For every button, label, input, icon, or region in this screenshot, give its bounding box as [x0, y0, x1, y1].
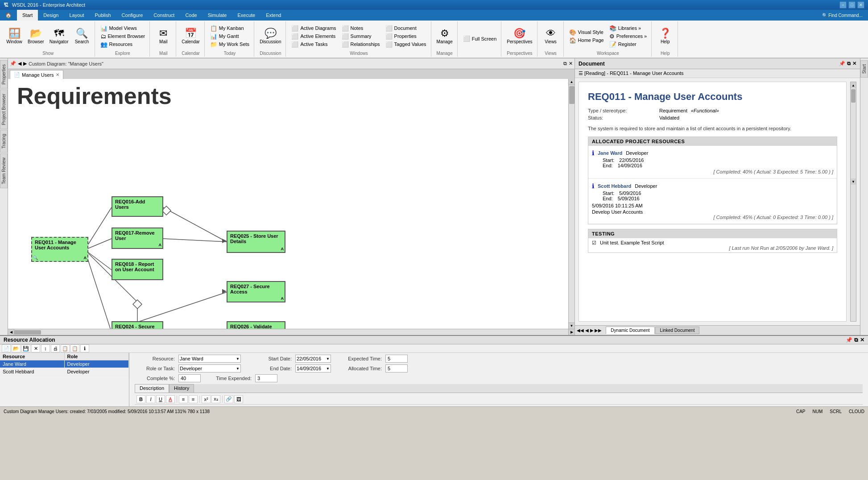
- fmt-subscript[interactable]: x₂: [211, 395, 220, 403]
- doc-nav-left[interactable]: ◀◀ ◀ ▶ ▶▶: [577, 328, 602, 333]
- element-browser-button[interactable]: 🗂 Element Browser: [99, 33, 147, 40]
- req025-node[interactable]: REQ025 - Store UserDetails A: [227, 231, 285, 253]
- complete-input[interactable]: [178, 374, 201, 382]
- req018-node[interactable]: REQ018 - Reporton User Account: [112, 259, 163, 280]
- bottom-tool-delete[interactable]: ✕: [31, 344, 40, 352]
- bottom-close-button[interactable]: ✕: [860, 337, 864, 343]
- ribbon-tab-layout[interactable]: Layout: [64, 10, 89, 21]
- resource-dropdown[interactable]: Jane Ward ▼: [178, 355, 241, 363]
- allocated-time-input[interactable]: [385, 364, 408, 372]
- doc-footer-tab-dynamic[interactable]: Dynamic Document: [606, 327, 654, 334]
- back-icon[interactable]: ◀: [18, 61, 21, 66]
- diagram-tab-close[interactable]: ✕: [56, 72, 59, 77]
- full-screen-button[interactable]: ⬜ Full Screen: [461, 35, 499, 42]
- ribbon-tab-extend[interactable]: Extend: [260, 10, 286, 21]
- hscroll-thumb[interactable]: [14, 330, 41, 335]
- ribbon-tab-configure[interactable]: Configure: [116, 10, 149, 21]
- hscroll-right[interactable]: ▶: [568, 329, 575, 335]
- libraries-button[interactable]: 📚 Libraries »: [608, 25, 649, 32]
- views-button[interactable]: 👁 Views: [541, 28, 561, 45]
- diagram-vscroll[interactable]: ▲ ▼: [568, 79, 575, 329]
- fmt-superscript[interactable]: x²: [202, 395, 211, 403]
- ribbon-tab-design[interactable]: Design: [38, 10, 64, 21]
- fmt-italic[interactable]: I: [146, 395, 155, 403]
- fmt-link[interactable]: 🔗: [224, 395, 233, 403]
- maximize-button[interactable]: □: [848, 1, 856, 8]
- ribbon-tab-simulate[interactable]: Simulate: [203, 10, 232, 21]
- req024-node[interactable]: REQ024 - SecureAccess: [112, 321, 163, 329]
- req026-node[interactable]: REQ026 - ValidateUser: [227, 321, 285, 329]
- notes-button[interactable]: ⬜ Notes: [340, 25, 382, 32]
- doc-vscroll-down[interactable]: ▼: [851, 178, 856, 185]
- bottom-row-2[interactable]: Scott Hebbard Developer: [0, 368, 129, 376]
- ribbon-tab-construct[interactable]: Construct: [148, 10, 180, 21]
- fmt-font-color[interactable]: A: [166, 395, 175, 403]
- vscroll-thumb[interactable]: [569, 86, 575, 104]
- bottom-tool-sort[interactable]: ↕: [41, 344, 50, 352]
- active-elements-button[interactable]: ⬜ Active Elements: [289, 33, 338, 40]
- ribbon-tab-publish[interactable]: Publish: [90, 10, 116, 21]
- visual-style-button[interactable]: 🎨 Visual Style: [567, 29, 606, 36]
- expected-time-input[interactable]: [385, 355, 408, 363]
- document-button[interactable]: ⬜ Document: [384, 25, 428, 32]
- bottom-tool-print[interactable]: 🖨: [51, 344, 60, 352]
- browser-button[interactable]: 📂 Browser: [26, 28, 46, 45]
- req011-node[interactable]: REQ011 - ManageUser Accounts A 🔍: [31, 237, 88, 262]
- time-expended-input[interactable]: [255, 374, 277, 382]
- vscroll-up[interactable]: ▲: [569, 79, 575, 85]
- minimize-button[interactable]: −: [839, 1, 847, 8]
- right-sidebar-tab-start[interactable]: Start: [860, 60, 868, 78]
- sidebar-tab-tracing[interactable]: Tracing: [0, 130, 8, 153]
- resources-button[interactable]: 👥 Resources: [99, 41, 147, 48]
- close-toolbar-icon[interactable]: ✕: [569, 61, 573, 66]
- doc-vscroll[interactable]: ▲ ▼: [850, 82, 856, 322]
- bottom-tool-new[interactable]: 📄: [2, 344, 11, 352]
- req016-node[interactable]: REQ016-AddUsers: [112, 196, 163, 217]
- end-date-input[interactable]: 14/09/2016 ▼: [295, 364, 331, 372]
- diagram-tab-manage-users[interactable]: 📄 Manage Users ✕: [10, 70, 63, 79]
- active-tasks-button[interactable]: ⬜ Active Tasks: [289, 41, 338, 48]
- calendar-button[interactable]: 📅 Calendar: [180, 28, 202, 45]
- desc-tab-description[interactable]: Description: [135, 384, 169, 393]
- doc-vscroll-up[interactable]: ▲: [851, 82, 856, 88]
- close-button[interactable]: ✕: [857, 1, 864, 8]
- ribbon-tab-start[interactable]: Start: [17, 10, 38, 21]
- navigator-button[interactable]: 🗺 Navigator: [48, 28, 70, 45]
- manage-button[interactable]: ⚙ Manage: [435, 28, 455, 45]
- vscroll-down[interactable]: ▼: [569, 323, 575, 329]
- register-button[interactable]: 📝 Register: [608, 41, 649, 48]
- bottom-tool-open[interactable]: 📂: [12, 344, 21, 352]
- bottom-tool-info[interactable]: ℹ: [80, 344, 89, 352]
- mail-button[interactable]: ✉ Mail: [153, 28, 173, 45]
- my-kanban-button[interactable]: 📋 My Kanban: [208, 25, 251, 32]
- fmt-list-ordered[interactable]: ≡: [189, 395, 198, 403]
- ribbon-tab-execute[interactable]: Execute: [232, 10, 260, 21]
- sidebar-tab-properties[interactable]: Properties: [0, 60, 8, 89]
- preferences-button[interactable]: ⚙ Preferences »: [608, 33, 649, 40]
- sidebar-tab-team-review[interactable]: Team Review: [0, 153, 8, 188]
- relationships-button[interactable]: ⬜ Relationships: [340, 41, 382, 48]
- start-date-input[interactable]: 22/05/2016 ▼: [295, 355, 331, 363]
- doc-close-button[interactable]: ✕: [852, 61, 856, 66]
- float-icon[interactable]: ⧉: [563, 61, 567, 66]
- fmt-bold[interactable]: B: [136, 395, 145, 403]
- fmt-list-unordered[interactable]: ≡: [179, 395, 188, 403]
- help-button[interactable]: ❓ Help: [655, 28, 675, 45]
- summary-button[interactable]: ⬜ Summary: [340, 33, 382, 40]
- diagram-hscroll[interactable]: ◀ ▶: [8, 329, 575, 335]
- discussion-button[interactable]: 💬 Discussion: [258, 28, 283, 45]
- perspectives-button[interactable]: 🎯 Perspectives: [505, 28, 534, 45]
- req027-node[interactable]: REQ027 - SecureAccess A: [227, 281, 285, 302]
- fmt-image[interactable]: 🖼: [234, 395, 243, 403]
- doc-footer-tab-linked[interactable]: Linked Document: [655, 327, 700, 334]
- desc-tab-history[interactable]: History: [169, 384, 194, 393]
- hscroll-left[interactable]: ◀: [8, 329, 14, 335]
- doc-vscroll-thumb[interactable]: [851, 89, 856, 103]
- search-button[interactable]: 🔍 Search: [72, 28, 92, 45]
- diagram-canvas[interactable]: Requirements: [8, 79, 568, 329]
- my-gantt-button[interactable]: 📊 My Gantt: [208, 33, 251, 40]
- doc-float-button[interactable]: ⧉: [847, 61, 851, 66]
- fmt-underline[interactable]: U: [156, 395, 165, 403]
- doc-pin-button[interactable]: 📌: [839, 61, 845, 66]
- my-worksets-button[interactable]: 📁 My Work Sets: [208, 41, 251, 48]
